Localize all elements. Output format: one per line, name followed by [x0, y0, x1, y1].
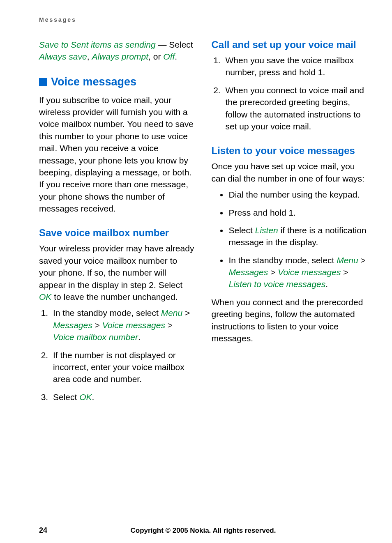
page-number: 24 — [39, 526, 64, 535]
listen-intro: Once you have set up voice mail, you can… — [212, 160, 368, 184]
term-always-prompt: Always prompt — [92, 52, 148, 61]
text: Select — [229, 225, 255, 235]
text: > — [182, 308, 190, 318]
heading-voice-messages: Voice messages — [39, 74, 195, 90]
term-menu: Menu — [161, 308, 183, 318]
list-item: In the standby mode, select Menu > Messa… — [228, 254, 368, 290]
text: . — [175, 52, 177, 61]
heading-save-mailbox: Save voice mailbox number — [39, 227, 195, 239]
text: . — [138, 332, 141, 342]
text: > — [341, 267, 348, 277]
copyright: Copyright © 2005 Nokia. All rights reser… — [64, 527, 343, 535]
left-column: Save to Sent items as sending — Select A… — [39, 39, 195, 518]
heading-text: Voice messages — [51, 74, 136, 90]
list-item: If the number is not displayed or incorr… — [51, 349, 195, 385]
voice-messages-intro: If you subscribe to voice mail, your wir… — [39, 94, 195, 215]
list-item: Press and hold 1. — [228, 207, 368, 219]
square-bullet-icon — [39, 78, 47, 86]
heading-call-setup: Call and set up your voice mail — [212, 39, 368, 51]
heading-listen: Listen to your voice messages — [212, 145, 368, 157]
save-mailbox-intro: Your wireless provider may have already … — [39, 242, 195, 303]
list-item: When you save the voice mailbox number, … — [223, 54, 368, 78]
text: > — [358, 255, 366, 265]
text: Your wireless provider may have already … — [39, 244, 194, 289]
text: > — [92, 320, 102, 330]
term-voice-messages: Voice messages — [102, 320, 165, 330]
term-listen-to-voice-messages: Listen to voice messages — [229, 279, 326, 289]
term-voice-mailbox-number: Voice mailbox number — [53, 332, 138, 342]
term-save-to-sent: Save to Sent items as sending — [39, 40, 156, 49]
list-item: When you connect to voice mail and the p… — [223, 84, 368, 133]
term-ok: OK — [39, 292, 51, 301]
text: . — [325, 279, 328, 289]
text: In the standby mode, select — [229, 255, 337, 265]
term-listen: Listen — [255, 225, 278, 235]
text: , or — [148, 52, 163, 61]
text: to leave the number unchanged. — [51, 292, 178, 301]
right-column: Call and set up your voice mail When you… — [212, 39, 368, 518]
term-ok: OK — [79, 392, 92, 402]
list-item: Select Listen if there is a notification… — [228, 224, 368, 248]
text: > — [268, 267, 278, 277]
save-mailbox-steps: In the standby mode, select Menu > Messa… — [39, 307, 195, 403]
text: Select — [53, 392, 79, 402]
term-menu: Menu — [337, 255, 358, 265]
page-footer: 24 Copyright © 2005 Nokia. All rights re… — [39, 526, 367, 535]
term-voice-messages: Voice messages — [278, 267, 341, 277]
term-always-save: Always save — [39, 52, 87, 61]
text: , — [87, 52, 92, 61]
content-columns: Save to Sent items as sending — Select A… — [39, 39, 367, 518]
list-item: Select OK. — [51, 391, 195, 403]
call-setup-steps: When you save the voice mailbox number, … — [212, 54, 368, 132]
term-messages: Messages — [53, 320, 92, 330]
intro-paragraph: Save to Sent items as sending — Select A… — [39, 39, 195, 63]
text: — Select — [156, 40, 193, 49]
term-off: Off — [163, 52, 175, 61]
listen-outro: When you connect and the prerecorded gre… — [212, 296, 368, 345]
listen-ways: Dial the number using the keypad. Press … — [212, 189, 368, 290]
term-messages: Messages — [229, 267, 268, 277]
section-header: Messages — [39, 16, 367, 23]
text: . — [92, 392, 95, 402]
list-item: In the standby mode, select Menu > Messa… — [51, 307, 195, 343]
text: > — [165, 320, 173, 330]
text: In the standby mode, select — [53, 308, 161, 318]
list-item: Dial the number using the keypad. — [228, 189, 368, 200]
